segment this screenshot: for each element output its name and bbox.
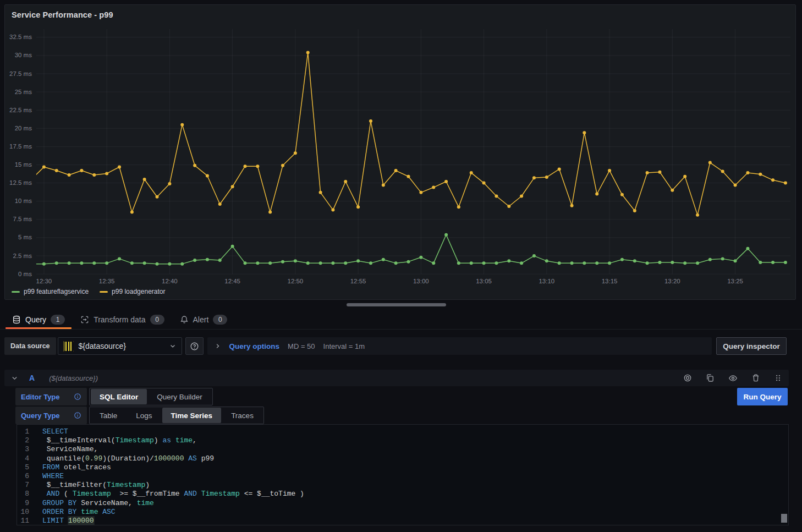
tab-alert[interactable]: Alert 0 [172, 310, 235, 329]
chevron-down-icon [169, 342, 177, 350]
svg-text:2.5 ms: 2.5 ms [13, 253, 32, 259]
editor-scrollbar-thumb[interactable] [781, 514, 787, 523]
query-inspector-button[interactable]: Query inspector [716, 337, 787, 355]
query-datasource-hint: (${datasource}) [49, 374, 98, 382]
legend-color-dash [12, 291, 20, 293]
query-row-header[interactable]: A (${datasource}) [4, 370, 789, 386]
svg-text:13:20: 13:20 [664, 278, 680, 284]
datasource-picker-value: ${datasource} [79, 342, 164, 350]
editor-tab-bar: Query 1 Transform data 0 Alert 0 [0, 310, 802, 330]
editor-type-option-query-builder[interactable]: Query Builder [148, 389, 211, 404]
query-type-radio-group: Table Logs Time Series Traces [89, 407, 264, 424]
question-circle-icon [190, 342, 199, 351]
svg-text:7.5 ms: 7.5 ms [13, 216, 32, 222]
query-type-option-traces[interactable]: Traces [222, 408, 262, 423]
datasource-picker[interactable]: ${datasource} [58, 337, 182, 355]
query-type-option-table[interactable]: Table [91, 408, 126, 423]
record-icon[interactable] [683, 374, 692, 382]
legend-color-dash [100, 291, 108, 293]
svg-text:13:05: 13:05 [476, 278, 492, 284]
svg-text:12:30: 12:30 [36, 278, 52, 284]
bell-icon [180, 315, 189, 324]
query-type-option-time-series[interactable]: Time Series [162, 408, 222, 423]
transform-icon [80, 315, 89, 324]
collapse-chevron-icon[interactable] [11, 375, 18, 382]
tab-label: Transform data [94, 315, 145, 324]
code-line: 9GROUP BY ServiceName, time [17, 499, 788, 508]
svg-text:13:15: 13:15 [602, 278, 618, 284]
svg-text:12:35: 12:35 [99, 278, 115, 284]
svg-text:13:25: 13:25 [727, 278, 743, 284]
drag-handle-icon[interactable] [774, 374, 782, 382]
svg-text:0 ms: 0 ms [18, 271, 32, 277]
svg-text:27.5 ms: 27.5 ms [9, 70, 32, 77]
code-line: 2 $__timeInterval(Timestamp) as time, [17, 436, 788, 445]
delete-query-trash-icon[interactable] [751, 374, 760, 382]
svg-text:13:00: 13:00 [413, 278, 429, 284]
svg-text:12:55: 12:55 [350, 278, 366, 284]
tab-query[interactable]: Query 1 [4, 310, 73, 329]
editor-type-row: Editor Type SQL Editor Query Builder [15, 388, 213, 405]
datasource-help-button[interactable] [185, 337, 204, 355]
svg-text:20 ms: 20 ms [15, 125, 32, 131]
database-icon [12, 315, 21, 324]
svg-text:10 ms: 10 ms [15, 198, 32, 204]
hide-response-eye-icon[interactable] [728, 374, 738, 383]
code-line: 10ORDER BY time ASC [17, 508, 788, 517]
legend-label: p99 featureflagservice [24, 288, 89, 295]
run-query-button[interactable]: Run Query [737, 388, 788, 405]
code-line: 5FROM otel_traces [17, 463, 788, 472]
chevron-right-icon [215, 343, 221, 349]
max-data-points-value: MD = 50 [288, 342, 315, 350]
datasource-label: Data source [4, 337, 56, 355]
info-circle-icon[interactable] [74, 393, 81, 401]
timeseries-chart[interactable]: 0 ms2.5 ms5 ms7.5 ms10 ms12.5 ms15 ms17.… [5, 5, 795, 299]
svg-text:32.5 ms: 32.5 ms [9, 34, 32, 40]
timeseries-panel: Service Performance - p99 0 ms2.5 ms5 ms… [4, 4, 796, 300]
code-line: 8 AND ( Timestamp >= $__fromTime AND Tim… [17, 490, 788, 498]
code-line: 1SELECT [17, 427, 788, 436]
query-count-badge: 1 [51, 315, 65, 325]
alert-count-badge: 0 [213, 315, 227, 325]
svg-text:12.5 ms: 12.5 ms [9, 179, 32, 186]
svg-text:12:45: 12:45 [224, 278, 240, 284]
svg-text:25 ms: 25 ms [15, 89, 32, 95]
query-type-label: Query Type [15, 407, 87, 424]
horizontal-scrollbar-thumb[interactable] [347, 303, 446, 306]
svg-text:15 ms: 15 ms [15, 161, 32, 168]
tab-transform-data[interactable]: Transform data 0 [73, 310, 172, 329]
svg-text:17.5 ms: 17.5 ms [9, 143, 32, 150]
datasource-row: Data source ${datasource} Query options … [4, 337, 787, 355]
editor-type-radio-group: SQL Editor Query Builder [89, 388, 213, 405]
query-ref-id[interactable]: A [29, 374, 35, 382]
svg-text:5 ms: 5 ms [18, 234, 32, 240]
query-options-toggle[interactable]: Query options [229, 342, 280, 350]
clickhouse-logo-icon [63, 341, 74, 352]
svg-text:30 ms: 30 ms [15, 52, 32, 58]
svg-text:22.5 ms: 22.5 ms [9, 107, 32, 113]
duplicate-query-icon[interactable] [706, 374, 715, 382]
chart-legend: p99 featureflagservice p99 loadgenerator [12, 288, 166, 295]
editor-type-label: Editor Type [15, 388, 87, 405]
query-type-option-logs[interactable]: Logs [127, 408, 161, 423]
sql-code-editor[interactable]: 1SELECT2 $__timeInterval(Timestamp) as t… [17, 424, 789, 525]
tab-label: Alert [193, 315, 209, 324]
editor-type-option-sql-editor[interactable]: SQL Editor [91, 389, 147, 404]
interval-value: Interval = 1m [323, 342, 365, 350]
query-type-row: Query Type Table Logs Time Series Traces [15, 407, 264, 424]
code-line: 3 ServiceName, [17, 445, 788, 454]
svg-text:12:40: 12:40 [162, 278, 178, 284]
code-line: 4 quantile(0.99)(Duration)/1000000 AS p9… [17, 454, 788, 463]
code-line: 11LIMIT 100000 [17, 517, 788, 525]
info-circle-icon[interactable] [74, 412, 81, 419]
panel-title: Service Performance - p99 [12, 10, 113, 19]
sql-code: 1SELECT2 $__timeInterval(Timestamp) as t… [17, 427, 788, 525]
svg-text:13:10: 13:10 [539, 278, 554, 284]
svg-text:12:50: 12:50 [287, 278, 303, 284]
legend-item-loadgenerator[interactable]: p99 loadgenerator [100, 288, 165, 295]
query-options-bar[interactable]: Query options MD = 50 Interval = 1m [207, 337, 712, 355]
tab-label: Query [25, 315, 46, 324]
transform-count-badge: 0 [150, 315, 164, 325]
query-row-actions [683, 374, 782, 383]
legend-item-featureflagservice[interactable]: p99 featureflagservice [12, 288, 89, 295]
